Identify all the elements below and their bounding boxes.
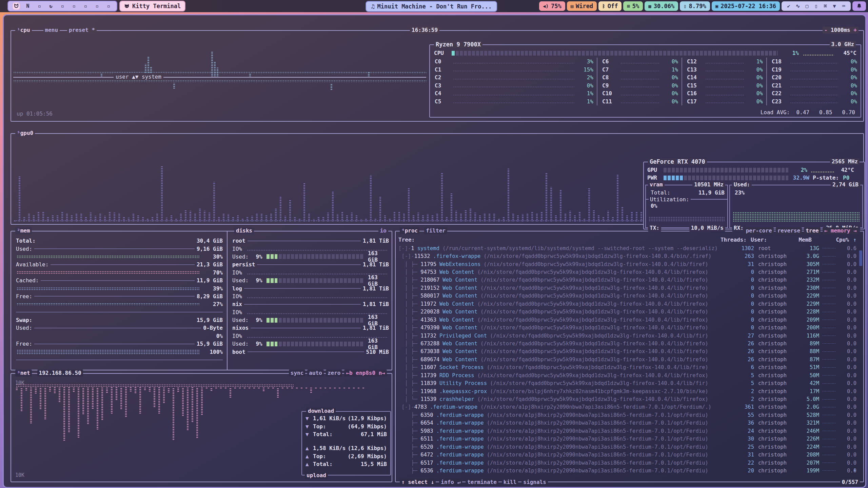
process-row[interactable]: [-]-4783.ferdium-wrappe(/nix/store/a1pj8… [398, 403, 856, 411]
cpu-panel-title[interactable]: ¹cpu [15, 27, 32, 34]
download-row: ▼Total:67,1 MiB [302, 430, 390, 438]
process-row[interactable]: │ ├─ 219152Web Content(/nix/store/fqadd0… [398, 284, 856, 292]
scroll-up-indicator[interactable]: ↑ [849, 237, 856, 243]
process-row[interactable]: │ ├─ 220028Web Content(/nix/store/fqadd0… [398, 308, 856, 316]
bluetooth-module[interactable]: ᛒ Off [598, 1, 622, 11]
process-row[interactable]: │ ├─ 11972Web Content(/nix/store/fqadd0b… [398, 300, 856, 308]
module-label: Off [608, 3, 618, 9]
process-row[interactable]: │ ├─ 94753Web Content(/nix/store/fqadd0b… [398, 268, 856, 276]
gpu-meter [664, 168, 788, 172]
menu-button[interactable]: menu [43, 27, 60, 34]
proc-reverse-toggle[interactable]: reverse [776, 227, 802, 234]
vram-total-label: Total: [651, 189, 670, 196]
process-row[interactable]: ├─ 6472.ferdium-wrappe(/nix/store/a1pj8h… [398, 451, 856, 459]
keyboard-icon[interactable]: ⌨ [841, 3, 847, 9]
notifications-widget[interactable] [852, 1, 866, 11]
process-row[interactable]: ├─ 6654.ferdium-wrappe(/nix/store/a1pj8h… [398, 419, 856, 427]
workspace-button[interactable]: ▫ [94, 3, 100, 9]
window-title-widget[interactable]: Kitty Terminal [119, 1, 185, 12]
key-icon[interactable]: ⌘ [822, 3, 828, 9]
process-row[interactable]: │ ├─ 673038Web Content(/nix/store/fqadd0… [398, 348, 856, 355]
proc-mem-header[interactable]: MemB [792, 237, 812, 243]
download-title: download [306, 408, 336, 414]
proc-panel: ⁴proc filter per-core reverse tree ← mem… [395, 231, 864, 482]
process-row[interactable]: ├─ 6517.ferdium-wrappe(/nix/store/a1pj8h… [398, 459, 856, 467]
process-row[interactable]: │ ├─ 479390Web Content(/nix/store/fqadd0… [398, 324, 856, 331]
process-row[interactable]: [-]-11532.firefox-wrappe(/nix/store/fqad… [398, 252, 856, 260]
volume-module[interactable]: ◀) 75% [539, 1, 565, 11]
selection-position: 0/557 [840, 479, 860, 486]
clipboard-icon[interactable]: ▢ [804, 3, 810, 9]
scroll-down-indicator[interactable]: ↓ [853, 466, 856, 473]
workspace-button[interactable]: ▫ [105, 3, 112, 9]
workspace-button[interactable]: ▫ [71, 3, 77, 9]
net-panel-title[interactable]: ³net [15, 370, 32, 377]
process-row[interactable]: ├─ 6511.ferdium-wrappe(/nix/store/a1pj8h… [398, 435, 856, 443]
proc-tree-toggle[interactable]: tree [804, 227, 821, 234]
update-interval[interactable]: - 1000ms + [823, 27, 859, 34]
mem-panel-title[interactable]: ²mem [15, 227, 32, 234]
vram-used-label: Used: [732, 181, 752, 188]
workspace-button[interactable]: ▫ [82, 3, 89, 9]
music-widget[interactable]: ♫ Minuit Machine - Don't Run Fro... [366, 1, 497, 12]
process-row[interactable]: │ ├─ 11732Privileged Cont(/nix/store/fqa… [398, 332, 856, 340]
process-row[interactable]: ├─ 6350.ferdium-wrappe(/nix/store/a1pj8h… [398, 411, 856, 419]
wave-icon[interactable]: ∿ [795, 3, 801, 9]
core-row: C200% [767, 74, 861, 82]
clock-module[interactable]: ▣ 2025-07-22 16:36 [712, 1, 780, 11]
net-sync-toggle[interactable]: sync [289, 370, 305, 377]
net-auto-toggle[interactable]: auto [307, 370, 324, 377]
process-row[interactable]: │ ├─ 11795WebExtensions(/nix/store/fqadd… [398, 260, 856, 268]
process-row[interactable]: │ ├─ 11968.keepassxc-prox(/nix/store/bsl… [398, 387, 856, 395]
net-zero-toggle[interactable]: zero [326, 370, 342, 377]
vram-used-box: Used: 2,74 GiB 23% RX: 26,8 MiB/s [729, 185, 863, 228]
terminate-button[interactable]: terminate [466, 479, 498, 486]
proc-scrollbar[interactable] [859, 250, 862, 266]
proc-filter-button[interactable]: filter [424, 227, 447, 234]
cpu-module[interactable]: ⊞ 5% [623, 1, 643, 11]
core-row: C90% [597, 82, 682, 90]
proc-cpu-header[interactable]: Cpu% [831, 237, 849, 243]
signals-button[interactable]: signals [521, 479, 548, 486]
info-button[interactable]: info ↵ [439, 479, 462, 486]
workspace-button[interactable]: ▫ [59, 3, 66, 9]
memory-module[interactable]: ▦ 30.06% [645, 1, 678, 11]
proc-threads-header[interactable]: Threads: [718, 237, 747, 243]
preset-button[interactable]: preset * [67, 27, 97, 34]
disk-module[interactable]: ▯ 8.79% [680, 1, 710, 11]
process-row[interactable]: [-]-1systemd(/run/current-system/systemd… [398, 244, 856, 252]
net-interface-switch[interactable]: ←b enp8s0 n→ [344, 370, 387, 377]
workspace-icon: ▫ [72, 3, 75, 9]
process-row[interactable]: │ ├─ 689674Web Content(/nix/store/fqadd0… [398, 355, 856, 363]
process-row[interactable]: │ ├─ 580017Web Content(/nix/store/fqadd0… [398, 292, 856, 300]
proc-percore-toggle[interactable]: per-core [744, 227, 774, 234]
process-row[interactable]: │ └─ 11539crashhelper(/nix/store/fqadd0b… [398, 395, 856, 403]
check-icon[interactable]: ✔ [786, 3, 792, 9]
process-row[interactable]: │ ├─ 218067Web Content(/nix/store/fqadd0… [398, 276, 856, 284]
proc-user-header[interactable]: User: [747, 237, 792, 243]
process-row[interactable]: │ ├─ 11739RDD Process(/nix/store/fqadd0b… [398, 371, 856, 379]
bluetooth-icon: ᛒ [602, 3, 605, 9]
workspace-button[interactable]: ▫ [36, 3, 43, 9]
process-row[interactable]: │ ├─ 673288Web Content(/nix/store/fqadd0… [398, 340, 856, 347]
process-row[interactable]: ├─ 6536.ferdium-wrappe(/nix/store/a1pj8h… [398, 467, 856, 474]
proc-sort-selector[interactable]: ← memory → [823, 227, 859, 234]
proc-panel-title[interactable]: ⁴proc [400, 227, 419, 234]
gpu-panel-title[interactable]: ⁵gpu0 [15, 130, 35, 137]
workspace-button[interactable]: ᗢ [13, 3, 20, 9]
process-row[interactable]: ├─ 5983.ferdium-wrappe(/nix/store/a1pj8h… [398, 427, 856, 435]
disks-title[interactable]: disks [234, 227, 254, 234]
workspace-button[interactable]: ↻ [47, 3, 54, 9]
phone-icon[interactable]: ▯ [813, 3, 819, 9]
select-buttons[interactable]: ↑ select ↓ [400, 479, 436, 486]
gpu-model: GeForce RTX 4070 [648, 158, 707, 165]
disks-io-toggle[interactable]: io [378, 227, 388, 234]
process-row[interactable]: │ ├─ 11607Socket Process(/nix/store/fqad… [398, 364, 856, 371]
process-row[interactable]: │ ├─ 41363Web Content(/nix/store/fqadd0b… [398, 316, 856, 324]
filter-icon[interactable]: ▼ [831, 3, 837, 9]
process-row[interactable]: ├─ 6520.ferdium-wrappe(/nix/store/a1pj8h… [398, 443, 856, 451]
kill-button[interactable]: kill [502, 479, 518, 486]
network-module[interactable]: ▤ Wired [567, 1, 597, 11]
process-row[interactable]: │ ├─ 11839Utility Process(/nix/store/fqa… [398, 379, 856, 387]
workspace-button[interactable]: N [24, 3, 31, 9]
